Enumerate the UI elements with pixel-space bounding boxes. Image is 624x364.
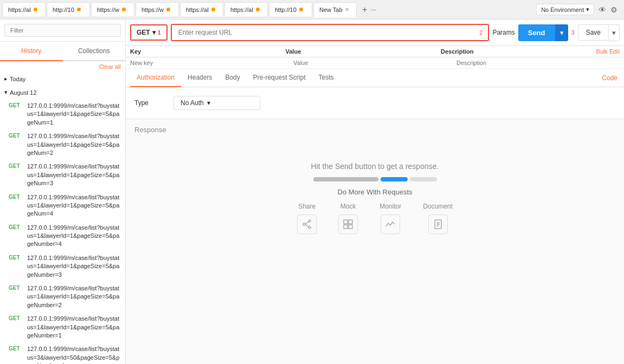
sub-tabs: Authorization Headers Body Pre-request S… bbox=[126, 69, 624, 87]
aug12-arrow-icon: ▾ bbox=[4, 89, 8, 96]
url-input[interactable] bbox=[172, 25, 488, 40]
tab-4[interactable]: https://w bbox=[136, 2, 179, 17]
tab-6[interactable]: https://al bbox=[224, 2, 268, 17]
history-group-today[interactable]: ▸ Today bbox=[0, 72, 125, 86]
send-group: Send ▾ bbox=[518, 24, 568, 41]
tab-tests[interactable]: Tests bbox=[312, 69, 340, 87]
kv-value-header: Value bbox=[286, 48, 441, 55]
tab-4-dot bbox=[166, 8, 170, 11]
list-item[interactable]: GET 127.0.0.1:9999/m/case/list?buystatus… bbox=[0, 221, 125, 251]
do-more-monitor[interactable]: Monitor bbox=[379, 203, 401, 234]
env-label: No Environment bbox=[541, 6, 584, 13]
progress-bar bbox=[313, 177, 437, 181]
tab-6-label: https://al bbox=[230, 6, 253, 13]
tab-3-dot bbox=[122, 8, 126, 11]
send-button[interactable]: Send bbox=[518, 24, 555, 41]
kv-desc-header: Description bbox=[441, 48, 596, 55]
new-key-input[interactable] bbox=[130, 60, 293, 66]
save-button[interactable]: Save bbox=[578, 24, 609, 41]
auth-type-label: Type bbox=[134, 99, 167, 107]
svg-line-4 bbox=[305, 224, 308, 227]
kv-new-row bbox=[126, 57, 624, 69]
auth-section: Type No Auth ▾ bbox=[126, 87, 624, 119]
list-item[interactable]: GET 127.0.0.1:9999/m/case/list?buystatus… bbox=[0, 99, 125, 129]
tab-1-label: https://al bbox=[8, 6, 31, 13]
tab-7[interactable]: http://10 bbox=[269, 2, 312, 17]
history-url: 127.0.0.1:9999/m/case/list?buystatus=1&l… bbox=[27, 284, 121, 309]
do-more-document[interactable]: Document bbox=[423, 203, 453, 234]
svg-point-2 bbox=[303, 223, 305, 225]
list-item[interactable]: GET 127.0.0.1:9999/m/case/list?buystatus… bbox=[0, 191, 125, 221]
mock-label: Mock bbox=[340, 203, 356, 210]
sidebar-tab-history[interactable]: History bbox=[0, 42, 63, 61]
method-badge: GET bbox=[9, 102, 24, 108]
environment-select[interactable]: No Environment ▾ bbox=[536, 4, 594, 15]
code-link-button[interactable]: Code bbox=[600, 69, 620, 87]
tab-3-label: https://w bbox=[97, 6, 119, 13]
add-tab-button[interactable]: + bbox=[362, 5, 367, 15]
response-section: Response Hit the Send button to get a re… bbox=[126, 119, 624, 364]
list-item[interactable]: GET 127.0.0.1:9999/m/case/list?buystatus… bbox=[0, 282, 125, 312]
bulk-edit-button[interactable]: Bulk Edit bbox=[596, 48, 620, 55]
method-badge: GET bbox=[9, 133, 24, 139]
tab-1[interactable]: https://al bbox=[2, 2, 46, 17]
history-group-aug12[interactable]: ▾ August 12 bbox=[0, 86, 125, 99]
tab-8[interactable]: New Tab ✕ bbox=[313, 2, 357, 17]
history-url: 127.0.0.1:9999/m/case/list?buystatus=1&l… bbox=[27, 193, 121, 218]
method-badge: GET bbox=[9, 255, 24, 261]
tab-body[interactable]: Body bbox=[218, 69, 246, 87]
method-label: GET bbox=[137, 29, 150, 36]
more-tabs-button[interactable]: ··· bbox=[370, 5, 376, 14]
gear-icon-button[interactable]: ⚙ bbox=[610, 5, 617, 14]
monitor-icon bbox=[381, 214, 400, 234]
tab-close-icon[interactable]: ✕ bbox=[345, 6, 349, 12]
method-badge: GET bbox=[9, 346, 24, 352]
tab-1-dot bbox=[34, 8, 37, 11]
tab-5-label: https://al bbox=[186, 6, 209, 13]
history-url: 127.0.0.1:9999/m/case/list?buystatus=1&l… bbox=[27, 162, 121, 187]
history-url: 127.0.0.1:9999/m/case/list?buystatus=1&l… bbox=[27, 224, 121, 249]
do-more-share[interactable]: Share bbox=[297, 203, 317, 234]
do-more-items: Share Mock bbox=[297, 203, 453, 234]
history-url: 127.0.0.1:9999/m/case/list?buystatus=1&l… bbox=[27, 102, 121, 127]
history-url: 127.0.0.1:9999/m/case/list?buystatus=3&l… bbox=[27, 345, 121, 364]
clear-all-button[interactable]: Clear all bbox=[99, 63, 121, 70]
history-url: 127.0.0.1:9999/m/case/list?buystatus=1&l… bbox=[27, 254, 121, 279]
do-more-mock[interactable]: Mock bbox=[338, 203, 358, 234]
tab-3[interactable]: https://w bbox=[91, 2, 134, 17]
new-desc-input[interactable] bbox=[456, 60, 620, 66]
list-item[interactable]: GET 127.0.0.1:9999/m/case/list?buystatus… bbox=[0, 342, 125, 364]
save-dropdown-button[interactable]: ▾ bbox=[609, 24, 620, 41]
new-value-input[interactable] bbox=[293, 60, 456, 66]
tab-2-dot bbox=[77, 8, 81, 11]
list-item[interactable]: GET 127.0.0.1:9999/m/case/list?buystatus… bbox=[0, 129, 125, 160]
response-label: Response bbox=[126, 119, 624, 140]
history-url: 127.0.0.1:9999/m/case/list?buystatus=1&l… bbox=[27, 315, 121, 340]
aug12-group-label: August 12 bbox=[10, 89, 37, 96]
request-area: GET ▾ 1 2 Params Send ▾ 3 Save ▾ Key bbox=[126, 20, 624, 364]
sidebar: History Collections Clear all ▸ Today ▾ … bbox=[0, 20, 126, 364]
params-button[interactable]: Params bbox=[492, 29, 514, 36]
list-item[interactable]: GET 127.0.0.1:9999/m/case/list?buystatus… bbox=[0, 160, 125, 190]
auth-type-value: No Auth bbox=[181, 99, 204, 107]
main-layout: History Collections Clear all ▸ Today ▾ … bbox=[0, 20, 624, 364]
tab-bar: https://al http://10 https://w https://w… bbox=[0, 0, 624, 20]
list-item[interactable]: GET 127.0.0.1:9999/m/case/list?buystatus… bbox=[0, 251, 125, 282]
tab-5[interactable]: https://al bbox=[180, 2, 223, 17]
method-select[interactable]: GET ▾ 1 bbox=[130, 24, 168, 41]
send-number-badge: 3 bbox=[571, 29, 575, 36]
send-dropdown-button[interactable]: ▾ bbox=[555, 24, 568, 41]
auth-type-select[interactable]: No Auth ▾ bbox=[173, 96, 260, 110]
sidebar-tab-collections[interactable]: Collections bbox=[63, 42, 126, 61]
filter-input[interactable] bbox=[4, 24, 121, 37]
svg-rect-8 bbox=[349, 225, 352, 229]
tab-2-label: http://10 bbox=[53, 6, 74, 13]
svg-line-3 bbox=[305, 222, 308, 224]
eye-icon-button[interactable]: 👁 bbox=[599, 5, 606, 14]
tab-authorization[interactable]: Authorization bbox=[130, 69, 181, 87]
tab-2[interactable]: http://10 bbox=[47, 2, 90, 17]
tab-prerequest[interactable]: Pre-request Script bbox=[247, 69, 312, 87]
tab-headers[interactable]: Headers bbox=[181, 69, 218, 87]
share-label: Share bbox=[298, 203, 316, 210]
list-item[interactable]: GET 127.0.0.1:9999/m/case/list?buystatus… bbox=[0, 312, 125, 342]
